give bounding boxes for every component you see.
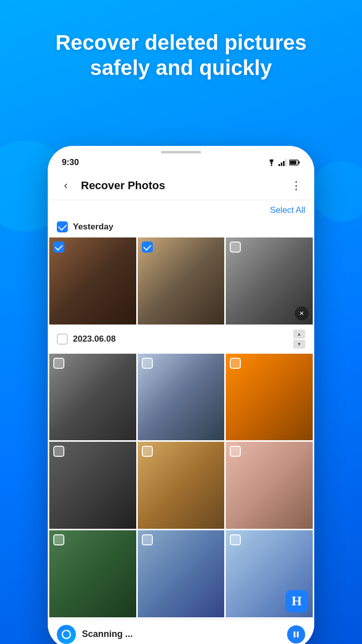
- pause-icon: [292, 630, 300, 638]
- photo-item[interactable]: ✕: [226, 237, 313, 325]
- page-title: Recover Photos: [81, 179, 281, 192]
- svg-rect-3: [283, 161, 285, 166]
- photo-item[interactable]: [49, 530, 136, 617]
- photo-item[interactable]: [49, 237, 136, 325]
- photo-item[interactable]: H: [226, 530, 313, 617]
- content-area: Select All Yesterday ✕ 2023.06.08: [48, 200, 314, 644]
- section-label-yesterday: Yesterday: [73, 222, 113, 232]
- scroll-down-button[interactable]: ▼: [293, 340, 305, 349]
- svg-rect-9: [294, 631, 296, 637]
- select-all-row: Select All: [48, 200, 314, 218]
- svg-rect-7: [290, 161, 297, 165]
- photo-item[interactable]: [49, 354, 136, 441]
- photo-checkbox[interactable]: [230, 242, 241, 253]
- photo-item[interactable]: [138, 530, 225, 617]
- select-all-button[interactable]: Select All: [270, 205, 305, 215]
- status-bar: 9:30: [48, 146, 314, 171]
- scroll-arrows: ▲ ▼: [293, 330, 305, 349]
- photo-checkbox[interactable]: [142, 446, 153, 457]
- photo-checkbox[interactable]: [230, 358, 241, 369]
- photo-checkbox[interactable]: [53, 446, 64, 457]
- photo-checkbox[interactable]: [53, 534, 64, 545]
- section-header-yesterday: Yesterday: [48, 218, 314, 235]
- photo-item[interactable]: [138, 442, 225, 529]
- photo-item[interactable]: [226, 354, 313, 441]
- more-icon: ⋮: [291, 179, 302, 192]
- back-arrow-icon: ‹: [64, 179, 67, 192]
- photo-checkbox[interactable]: [230, 446, 241, 457]
- photo-item[interactable]: [49, 442, 136, 529]
- photo-item[interactable]: [138, 237, 225, 325]
- photo-grid-yesterday: ✕: [48, 235, 314, 327]
- signal-icon: [279, 159, 287, 166]
- svg-rect-10: [297, 631, 299, 637]
- photo-checkbox[interactable]: [53, 242, 64, 253]
- section-header-2023: 2023.06.08 ▲ ▼: [48, 327, 314, 352]
- photo-checkbox[interactable]: [53, 358, 64, 369]
- scanning-text: Scanning ...: [82, 629, 281, 639]
- status-icons: [267, 159, 300, 166]
- svg-rect-2: [281, 163, 283, 166]
- app-header: ‹ Recover Photos ⋮: [48, 171, 314, 200]
- scanning-bar: Scanning ...: [48, 619, 314, 644]
- back-button[interactable]: ‹: [57, 177, 75, 195]
- photo-item[interactable]: [226, 442, 313, 529]
- svg-point-0: [271, 165, 273, 167]
- svg-rect-6: [299, 162, 300, 164]
- wifi-icon: [267, 159, 276, 166]
- photo-item[interactable]: [138, 354, 225, 441]
- pause-button[interactable]: [287, 625, 305, 643]
- battery-icon: [289, 159, 300, 166]
- photo-checkbox[interactable]: [142, 358, 153, 369]
- phone-mockup: 9:30 ‹: [48, 146, 314, 644]
- photo-grid-2023: H: [48, 352, 314, 619]
- more-options-button[interactable]: ⋮: [287, 177, 305, 195]
- section-checkbox-2023[interactable]: [57, 334, 68, 345]
- section-label-2023: 2023.06.08: [73, 334, 116, 344]
- scan-icon: [57, 625, 76, 644]
- section-checkbox-yesterday[interactable]: [57, 221, 68, 232]
- status-time: 9:30: [62, 157, 79, 168]
- main-headline: Recover deleted pictures safely and quic…: [35, 30, 327, 81]
- svg-rect-4: [286, 159, 287, 166]
- section-2023: 2023.06.08 ▲ ▼: [48, 327, 314, 619]
- app-logo-overlay: H: [286, 590, 308, 612]
- photo-checkbox[interactable]: [142, 534, 153, 545]
- scan-spinner-icon: [61, 629, 72, 640]
- photo-checkbox[interactable]: [230, 534, 241, 545]
- bg-decoration-right: [312, 161, 362, 221]
- phone-notch: [161, 151, 201, 153]
- delete-overlay-icon: ✕: [295, 306, 309, 320]
- photo-checkbox[interactable]: [142, 242, 153, 253]
- svg-rect-1: [279, 164, 280, 166]
- scroll-up-button[interactable]: ▲: [293, 330, 305, 339]
